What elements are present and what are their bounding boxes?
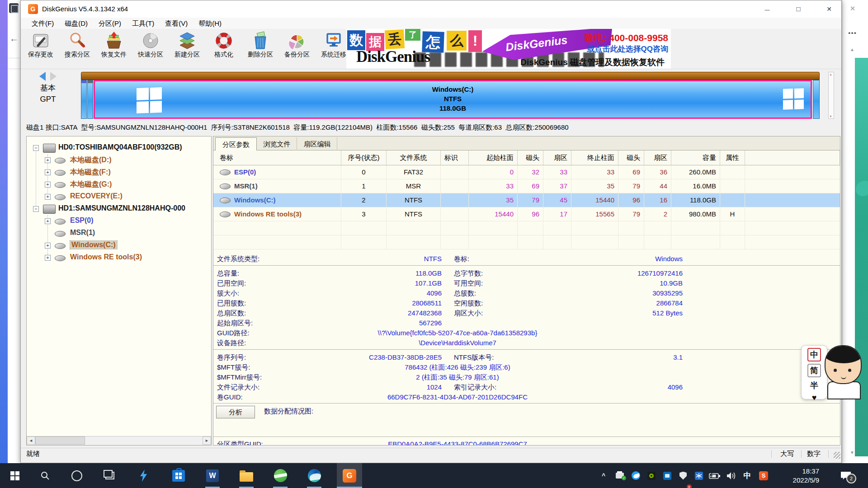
speaker-icon [726, 472, 736, 480]
partition-segment-windows-c[interactable]: Windows(C:) NTFS 118.0GB [94, 80, 812, 119]
tray-printer[interactable] [613, 463, 627, 488]
close-button[interactable] [819, 0, 840, 18]
partition-segment-msr[interactable] [87, 80, 93, 119]
divider [801, 450, 802, 458]
next-disk-icon[interactable] [50, 72, 57, 81]
detail-row: 总容量:118.0GB 总字节数:126710972416 [213, 268, 840, 278]
scroll-up-icon[interactable] [848, 47, 857, 53]
edge-button[interactable] [303, 463, 325, 488]
tree-horizontal-scrollbar[interactable] [27, 436, 211, 445]
analyze-button[interactable]: 分析 [216, 406, 255, 418]
partition-icon [55, 158, 66, 164]
collapse-icon[interactable] [33, 145, 39, 151]
disk-nav: 基本 GPT [27, 71, 69, 118]
table-row-msr[interactable]: MSR(1) 1 MSR 33 69 37 35 79 44 16.0MB [213, 179, 840, 193]
word-button[interactable] [202, 463, 223, 488]
menu-disk[interactable]: 磁盘(D) [59, 18, 93, 29]
tab-partition-params[interactable]: 分区参数 [215, 137, 257, 150]
titlebar[interactable]: DiskGenius V5.4.3.1342 x64 [21, 0, 841, 18]
tray-intel-graphics[interactable] [660, 463, 674, 488]
tray-freeze-tool[interactable] [692, 463, 706, 488]
menu-view[interactable]: 查看(V) [160, 18, 193, 29]
tray-nvidia[interactable] [645, 463, 658, 488]
tray-ime-mode[interactable]: 中 [741, 463, 754, 488]
recover-files-button[interactable]: 恢复文件 [96, 30, 132, 68]
tab-browse-files[interactable]: 浏览文件 [257, 137, 297, 150]
tree-item-esp[interactable]: ESP(0) [27, 215, 211, 227]
new-partition-button[interactable]: 新建分区 [169, 30, 205, 68]
ime-lang-indicator: 中 [807, 348, 821, 361]
tree-item-recovery-e[interactable]: RECOVERY(E:) [27, 191, 211, 203]
disk-bar-scrollbar[interactable] [828, 72, 834, 119]
search-partition-button[interactable]: 搜索分区 [59, 30, 95, 68]
scrollbar-thumb[interactable] [35, 436, 85, 445]
menu-help[interactable]: 帮助(H) [193, 18, 227, 29]
menu-tools[interactable]: 工具(T) [127, 18, 160, 29]
diskgenius-taskbar-button[interactable] [337, 463, 362, 488]
collapse-icon[interactable] [33, 206, 39, 212]
flash-app-button[interactable] [133, 463, 155, 488]
tab-sector-edit[interactable]: 扇区编辑 [297, 137, 337, 150]
start-button[interactable] [4, 463, 26, 488]
partition-segment-esp[interactable] [81, 80, 87, 119]
tree-item-hd1[interactable]: HD1:SAMSUNGMZNLN128HAHQ-000 [27, 203, 211, 215]
save-changes-button[interactable]: 保存更改 [23, 30, 59, 68]
expand-icon[interactable] [45, 169, 51, 175]
table-row-windows-c[interactable]: Windows(C:) 2 NTFS 35 79 45 15440 96 16 … [213, 193, 840, 207]
table-row-esp[interactable]: ESP(0) 0 FAT32 0 32 33 33 69 36 260.0MB [213, 165, 840, 179]
partition-segment-re-tools[interactable] [813, 80, 820, 119]
disk-header-strip[interactable] [81, 72, 820, 80]
expand-icon[interactable] [45, 243, 51, 249]
tree-item-hd0[interactable]: HD0:TOSHIBAMQ04ABF100(932GB) [27, 142, 211, 154]
tray-messenger[interactable] [629, 463, 642, 488]
expand-icon[interactable] [45, 255, 51, 261]
tree-item-local-d[interactable]: 本地磁盘(D:) [27, 154, 211, 166]
ime-floating-widget[interactable]: 中 简 半 ♥ [801, 342, 868, 400]
tree-item-msr[interactable]: MSR(1) [27, 227, 211, 239]
cortana-button[interactable] [66, 463, 88, 488]
tree-item-windows-re[interactable]: Windows RE tools(3) [27, 252, 211, 264]
resize-grip[interactable] [834, 452, 840, 459]
banner-tile: 数 [347, 30, 365, 50]
menu-file[interactable]: 文件(F) [26, 18, 59, 29]
expand-icon[interactable] [45, 218, 51, 224]
format-button[interactable]: 格式化 [206, 30, 242, 68]
action-center-button[interactable]: 2 [831, 463, 861, 488]
back-arrow-icon[interactable] [9, 33, 19, 43]
delete-partition-button[interactable]: 删除分区 [242, 30, 278, 68]
expand-icon[interactable] [45, 182, 51, 188]
close-icon[interactable] [847, 3, 859, 14]
minimize-button[interactable] [757, 0, 778, 18]
prev-disk-icon[interactable] [39, 72, 46, 81]
scroll-down-icon[interactable] [848, 450, 857, 456]
store-button[interactable] [168, 463, 189, 488]
quick-partition-button[interactable]: 快速分区 [132, 30, 169, 68]
more-menu-icon[interactable] [846, 29, 859, 39]
table-row-windows-re[interactable]: Windows RE tools(3) 3 NTFS 15440 96 17 1… [213, 207, 840, 221]
menu-partition[interactable]: 分区(P) [93, 18, 127, 29]
file-explorer-button[interactable] [236, 463, 257, 488]
scroll-left-icon[interactable] [27, 436, 35, 445]
tray-volume[interactable] [724, 463, 738, 488]
maximize-button[interactable] [788, 0, 809, 18]
expand-icon[interactable] [45, 157, 51, 163]
backup-partition-button[interactable]: 备份分区 [279, 30, 315, 68]
tree-item-local-g[interactable]: 本地磁盘(G:) [27, 178, 211, 191]
tray-expand-button[interactable] [598, 463, 611, 488]
task-view-button[interactable] [99, 463, 121, 488]
tray-security-alert[interactable] [676, 463, 690, 488]
disk-tree-panel: HD0:TOSHIBAMQ04ABF100(932GB) 本地磁盘(D:) 本地… [26, 136, 212, 446]
tray-sogou-ime[interactable] [756, 463, 771, 488]
taskbar-search-button[interactable] [34, 463, 56, 488]
printer-icon [616, 473, 624, 479]
green-browser-button[interactable] [269, 463, 291, 488]
promo-banner[interactable]: 数 据 丢 了 怎 么 ! DiskGenius DiskGenius 致电: … [346, 29, 671, 69]
tray-power[interactable] [707, 463, 722, 488]
quick-partition-icon [142, 32, 160, 50]
banner-qq-link[interactable]: 或点击此处选择QQ咨询 [587, 44, 668, 54]
tree-item-local-f[interactable]: 本地磁盘(F:) [27, 166, 211, 178]
tree-item-windows-c[interactable]: Windows(C:) [27, 239, 211, 252]
taskbar-clock[interactable]: 18:37 2022/5/9 [774, 463, 819, 488]
expand-icon[interactable] [45, 194, 51, 200]
scroll-right-icon[interactable] [203, 436, 211, 445]
